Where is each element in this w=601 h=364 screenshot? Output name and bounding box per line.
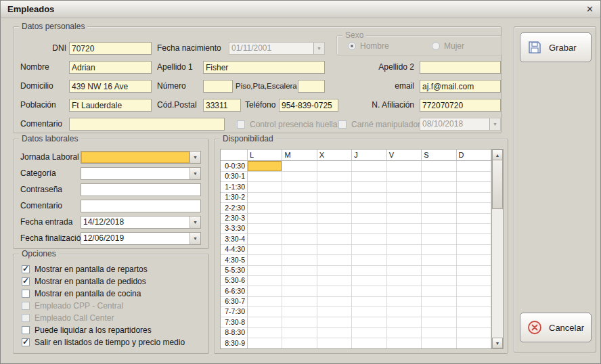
cancelar-button[interactable]: Cancelar [520,313,592,342]
availability-cell[interactable] [282,223,317,234]
availability-cell[interactable] [457,171,491,182]
jornada-laboral-combo[interactable]: ▼ [81,151,201,164]
availability-cell[interactable] [352,182,386,193]
availability-cell[interactable] [457,192,491,203]
option-checkbox-7[interactable]: Salir en listados de tiempo y precio med… [22,337,185,348]
grabar-button[interactable]: Grabar [520,32,592,62]
availability-cell[interactable] [317,317,352,328]
availability-cell[interactable] [282,161,317,172]
chevron-down-icon[interactable]: ▼ [190,152,200,163]
domicilio-input[interactable] [69,80,152,93]
availability-cell[interactable] [352,213,386,224]
availability-cell[interactable] [317,338,352,348]
availability-cell[interactable] [422,327,456,338]
nombre-input[interactable] [69,61,152,74]
availability-cell[interactable] [352,192,386,203]
availability-cell[interactable] [282,265,317,276]
availability-cell[interactable] [387,265,422,276]
cod-postal-input[interactable] [203,99,241,112]
availability-cell[interactable] [387,192,422,203]
chevron-down-icon[interactable]: ▼ [190,168,200,179]
availability-cell[interactable] [457,296,491,307]
availability-cell[interactable] [282,327,317,338]
availability-cell[interactable] [352,265,386,276]
availability-cell[interactable] [387,255,422,266]
availability-cell[interactable] [317,234,352,245]
availability-cell[interactable] [422,244,456,255]
availability-cell[interactable] [457,161,491,172]
availability-cell[interactable] [387,286,422,297]
availability-cell[interactable] [387,338,422,348]
availability-cell[interactable] [422,223,456,234]
availability-cell[interactable] [352,306,386,317]
availability-cell[interactable] [317,296,352,307]
availability-cell[interactable] [282,171,317,182]
availability-cell[interactable] [387,213,422,224]
availability-cell[interactable] [457,203,491,214]
availability-cell[interactable] [317,255,352,266]
fecha-finalizacion-combo[interactable]: 12/06/2019 ▼ [81,232,201,245]
comentario-laboral-input[interactable] [81,200,201,212]
availability-cell[interactable] [422,275,456,286]
piso-input[interactable] [298,80,325,93]
availability-cell[interactable] [282,255,317,266]
availability-cell[interactable] [352,161,386,172]
availability-cell[interactable] [387,327,422,338]
availability-cell[interactable] [352,327,386,338]
availability-cell[interactable] [317,182,352,193]
scroll-up-icon[interactable]: ▲ [492,150,503,160]
availability-cell[interactable] [457,265,491,276]
availability-cell[interactable] [248,255,282,266]
availability-cell[interactable] [248,223,282,234]
chevron-down-icon[interactable]: ▼ [190,217,200,228]
availability-cell[interactable] [352,338,386,348]
telefono-input[interactable] [279,99,338,112]
availability-cell[interactable] [422,182,456,193]
availability-cell[interactable] [352,275,386,286]
availability-cell[interactable] [282,275,317,286]
availability-cell[interactable] [387,317,422,328]
email-input[interactable] [420,80,501,93]
availability-cell[interactable] [387,306,422,317]
availability-cell[interactable] [317,161,352,172]
availability-cell[interactable] [352,255,386,266]
availability-cell[interactable] [422,306,456,317]
apellido2-input[interactable] [420,61,501,74]
availability-cell[interactable] [317,223,352,234]
availability-cell[interactable] [248,213,282,224]
availability-cell[interactable] [282,182,317,193]
availability-cell[interactable] [422,213,456,224]
option-checkbox-2[interactable]: Mostrar en pantalla de pedidos [22,276,146,287]
option-checkbox-6[interactable]: Puede liquidar a los repartidores [22,325,152,336]
availability-cell[interactable] [387,296,422,307]
availability-cell[interactable] [248,192,282,203]
availability-cell[interactable] [317,275,352,286]
availability-cell[interactable] [248,244,282,255]
availability-cell[interactable] [457,327,491,338]
apellido1-input[interactable] [203,61,325,74]
availability-cell[interactable] [248,265,282,276]
availability-cell[interactable] [422,192,456,203]
availability-cell[interactable] [422,161,456,172]
availability-cell[interactable] [248,296,282,307]
availability-cell[interactable] [248,306,282,317]
n-afiliacion-input[interactable] [420,99,501,112]
availability-cell[interactable] [422,265,456,276]
contrasena-input[interactable] [81,183,201,196]
chevron-down-icon[interactable]: ▼ [190,233,200,244]
availability-cell[interactable] [317,265,352,276]
scrollbar-thumb[interactable] [492,160,503,209]
availability-cell[interactable] [422,203,456,214]
availability-cell[interactable] [248,317,282,328]
availability-cell[interactable] [248,275,282,286]
availability-cell[interactable] [422,317,456,328]
availability-cell[interactable] [387,223,422,234]
availability-cell[interactable] [352,203,386,214]
option-checkbox-3[interactable]: Mostrar en pantalla de cocina [22,288,141,299]
availability-cell[interactable] [248,203,282,214]
availability-cell[interactable] [282,317,317,328]
availability-cell[interactable] [282,296,317,307]
availability-cell[interactable] [282,306,317,317]
availability-cell[interactable] [248,234,282,245]
availability-cell[interactable] [282,192,317,203]
